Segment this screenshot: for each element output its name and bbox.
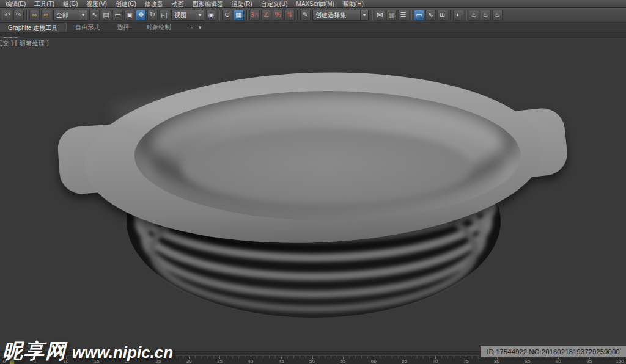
rectangular-selection-region-icon-glyph: ▭ xyxy=(114,12,120,18)
select-and-rotate-icon[interactable]: ↻ xyxy=(147,10,158,21)
timeline-tick xyxy=(238,356,239,358)
ribbon-tab-2[interactable]: 选择 xyxy=(108,23,138,32)
ribbon-panel-strip: 形建模 xyxy=(0,32,626,38)
timeline-tick xyxy=(472,356,473,358)
ribbon-minimize-icon[interactable]: ▭ xyxy=(185,23,194,32)
named-selection-set-dropdown[interactable]: 创建选择集▾ xyxy=(312,10,369,21)
select-and-scale-icon[interactable]: ◱ xyxy=(159,10,169,21)
timeline-tick-label: 10 xyxy=(63,359,68,364)
timeline-tick-label: 30 xyxy=(186,359,192,364)
menubar-item-8[interactable]: 渲染(R) xyxy=(227,0,257,8)
dropdown-arrow-icon: ▾ xyxy=(79,10,87,20)
perspective-viewport[interactable]: 正交 ] [ 明暗处理 ] xyxy=(0,38,626,355)
select-and-link-icon[interactable]: ∞ xyxy=(29,10,40,21)
graphite-ribbon-toggle-icon[interactable]: ▭ xyxy=(414,10,424,21)
menubar-item-3[interactable]: 视图(V) xyxy=(83,0,111,8)
timeline-tick xyxy=(226,356,227,358)
timeline-tick xyxy=(287,356,288,358)
timeline-tick xyxy=(84,356,85,358)
redo-icon-glyph: ↷ xyxy=(16,12,21,18)
timeline-tick xyxy=(460,356,460,358)
time-slider-handle[interactable] xyxy=(9,356,15,364)
select-and-move-icon[interactable]: ✥ xyxy=(136,10,146,21)
timeline-tick-label: 100 xyxy=(616,359,624,364)
timeline-tick xyxy=(201,356,202,358)
undo-icon[interactable]: ↶ xyxy=(2,10,12,21)
menubar-item-4[interactable]: 创建(C) xyxy=(111,0,141,8)
edit-named-selection-sets-icon[interactable]: ✎ xyxy=(300,10,311,21)
menubar-item-7[interactable]: 图形编辑器 xyxy=(188,0,227,8)
timeline-tick xyxy=(325,356,325,358)
timeline-tick xyxy=(109,356,109,358)
timeline-tick xyxy=(300,356,300,358)
material-editor-icon[interactable]: ◐ xyxy=(453,10,463,21)
timeline-tick xyxy=(90,356,91,358)
ribbon-tab-3[interactable]: 对象绘制 xyxy=(138,23,179,32)
align-icon[interactable]: ▥ xyxy=(386,10,397,21)
ribbon-tab-1[interactable]: 自由形式 xyxy=(67,23,108,32)
timeline-tick xyxy=(213,356,214,358)
menubar-item-0[interactable]: 编辑(E) xyxy=(1,0,30,8)
snap-toggle-3d-icon[interactable]: 3∩ xyxy=(249,10,260,21)
use-pivot-point-center-icon[interactable]: ◉ xyxy=(206,10,216,21)
render-setup-icon[interactable]: ♨ xyxy=(469,10,479,21)
selection-filter-dropdown-value: 全部 xyxy=(54,10,79,20)
mirror-icon-glyph: ⋈ xyxy=(377,12,383,18)
keyboard-shortcut-override-icon[interactable]: ▦ xyxy=(234,10,244,21)
ribbon-tabs: Graphite 建模工具自由形式选择对象绘制 xyxy=(0,23,179,32)
watermark-id-bar: ID:17544922 NO:20160218193729259000 xyxy=(481,346,626,357)
layer-manager-icon[interactable]: ☰ xyxy=(398,10,408,21)
use-pivot-point-center-icon-glyph: ◉ xyxy=(208,12,215,18)
selection-filter-dropdown[interactable]: 全部▾ xyxy=(53,10,87,21)
menubar-item-9[interactable]: 自定义(U) xyxy=(257,0,292,8)
viewport-label[interactable]: 正交 ] [ 明暗处理 ] xyxy=(0,39,49,48)
angle-snap-toggle-icon[interactable]: ∠ xyxy=(261,10,271,21)
timeline-tick xyxy=(429,356,430,358)
ribbon-tab-0[interactable]: Graphite 建模工具 xyxy=(0,23,67,32)
window-crossing-icon-glyph: ▣ xyxy=(126,12,132,18)
timeline-tick-label: 80 xyxy=(494,359,499,364)
timeline-tick xyxy=(103,356,103,358)
timeline-tick xyxy=(263,356,263,358)
select-by-name-icon[interactable]: ▤ xyxy=(101,10,111,21)
select-and-manipulate-icon[interactable]: ⊕ xyxy=(222,10,232,21)
unlink-selection-icon[interactable]: ∞ xyxy=(41,10,51,21)
layer-manager-icon-glyph: ☰ xyxy=(400,12,407,18)
menubar-item-11[interactable]: 帮助(H) xyxy=(339,0,368,8)
percent-snap-toggle-icon[interactable]: % xyxy=(273,10,283,21)
timeline-tick xyxy=(152,356,153,358)
timeline-tick xyxy=(164,356,165,358)
schematic-view-icon[interactable]: ⊞ xyxy=(437,10,447,21)
casserole-dish-model[interactable] xyxy=(0,38,626,355)
rendered-frame-window-icon-glyph: ♨ xyxy=(483,12,489,18)
rendered-frame-window-icon[interactable]: ♨ xyxy=(481,10,491,21)
timeline-tick xyxy=(29,356,29,358)
menubar-item-10[interactable]: MAXScript(M) xyxy=(292,0,339,8)
mirror-icon[interactable]: ⋈ xyxy=(375,10,385,21)
menubar-item-1[interactable]: 工具(T) xyxy=(30,0,59,8)
angle-snap-toggle-icon-glyph: ∠ xyxy=(263,12,270,18)
timeline-tick xyxy=(367,356,368,358)
render-production-icon[interactable]: ♨ xyxy=(492,10,503,21)
rectangular-selection-region-icon[interactable]: ▭ xyxy=(112,10,123,21)
menubar-item-5[interactable]: 修改器 xyxy=(141,0,168,8)
window-crossing-icon[interactable]: ▣ xyxy=(124,10,134,21)
timeline-tick xyxy=(306,356,306,358)
menubar-item-2[interactable]: 组(G) xyxy=(59,0,82,8)
curve-editor-icon[interactable]: ∿ xyxy=(425,10,436,21)
ribbon-menu-icon[interactable]: ▾ xyxy=(197,23,204,32)
timeline-tick xyxy=(60,356,61,358)
spinner-snap-toggle-icon[interactable]: ⇅ xyxy=(284,10,295,21)
select-object-icon[interactable]: ↖ xyxy=(89,10,100,21)
redo-icon[interactable]: ↷ xyxy=(13,10,24,21)
percent-snap-toggle-icon-glyph: % xyxy=(275,12,281,18)
align-icon-glyph: ▥ xyxy=(388,12,394,18)
reference-coordinate-dropdown[interactable]: 视图▾ xyxy=(171,10,204,21)
timeline-tick xyxy=(171,356,171,358)
menubar-item-6[interactable]: 动画 xyxy=(168,0,188,8)
timeline-tick xyxy=(121,356,122,358)
graphite-ribbon-toggle-icon-glyph: ▭ xyxy=(416,12,422,18)
timeline-tick-label: 85 xyxy=(525,359,530,364)
named-selection-set-dropdown-value: 创建选择集 xyxy=(313,10,360,20)
timeline-tick xyxy=(319,356,319,358)
